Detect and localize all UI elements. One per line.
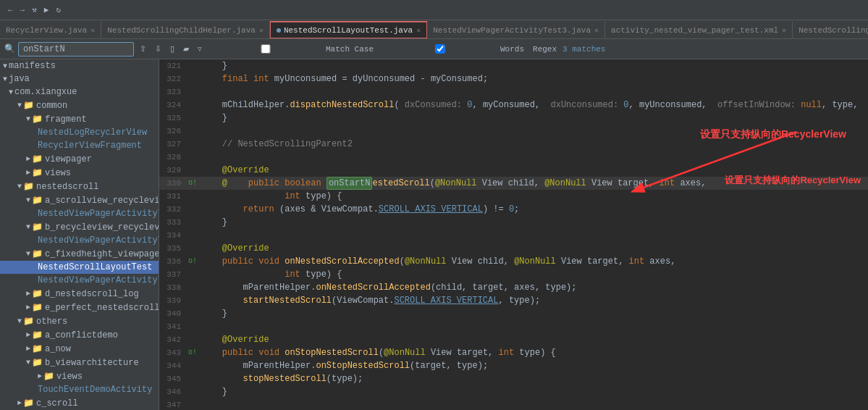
line-number: 345 bbox=[159, 372, 187, 385]
sidebar-item-nestedscroll[interactable]: ▼ 📁 nestedscroll bbox=[0, 180, 159, 193]
line-number: 335 bbox=[159, 242, 187, 255]
line-content: int type) { bbox=[198, 268, 868, 281]
arrow-icon: ► bbox=[17, 399, 22, 407]
line-number: 330 bbox=[159, 177, 187, 190]
code-editor[interactable]: 321 } 322 final int myUnconsumed = dyUnc… bbox=[159, 59, 868, 410]
line-number: 333 bbox=[159, 216, 187, 229]
tab-close-xml[interactable]: ✕ bbox=[782, 26, 786, 35]
search-prev-button[interactable]: ⇧ bbox=[137, 43, 149, 55]
code-line-338: 338 mParentHelper.onNestedScrollAccepted… bbox=[159, 281, 868, 294]
sidebar-item-java[interactable]: ▼ java bbox=[0, 72, 159, 85]
tabs-area: RecyclerView.java ✕ NestedScrollingChild… bbox=[0, 20, 868, 39]
arrow-icon: ► bbox=[26, 290, 30, 298]
code-line-336: 336 o! public void onNestedScrollAccepte… bbox=[159, 255, 868, 268]
sidebar-item-a-conflict[interactable]: ► 📁 a_conflictdemo bbox=[0, 328, 159, 342]
line-number: 340 bbox=[159, 307, 187, 320]
match-case-option[interactable]: Match Case bbox=[208, 44, 374, 54]
line-content: } bbox=[198, 112, 868, 125]
sidebar-item-c-scroll[interactable]: ► 📁 c_scroll bbox=[0, 396, 159, 410]
arrow-icon: ▼ bbox=[9, 88, 13, 96]
sidebar-item-nestedlogrecyclerview[interactable]: NestedLogRecyclerView bbox=[0, 126, 159, 139]
search-replace-button[interactable]: ▰ bbox=[180, 43, 192, 55]
arrow-icon: ▼ bbox=[17, 183, 22, 191]
search-filter-button[interactable]: ▿ bbox=[195, 43, 205, 55]
sidebar-item-nvpat1[interactable]: NestedViewPagerActivityTest1 bbox=[0, 207, 159, 220]
line-number: 336 bbox=[159, 255, 187, 268]
annotation-container: 设置只支持纵向的RecyclerView bbox=[700, 128, 846, 141]
line-number: 321 bbox=[159, 59, 187, 72]
tab-nestedscrollingchild-trunc[interactable]: NestedScrollingChil... ✕ bbox=[793, 21, 868, 38]
sidebar-item-e-perfect[interactable]: ► 📁 e_perfect_nestedscroll bbox=[0, 301, 159, 314]
code-line-323: 323 bbox=[159, 85, 868, 99]
toolbar-icon-forward[interactable]: → bbox=[17, 4, 29, 16]
sidebar-item-common[interactable]: ▼ 📁 common bbox=[0, 99, 159, 112]
sidebar-item-nvpat2[interactable]: NestedViewPagerActivityTest2 bbox=[0, 234, 159, 247]
tab-nestedscrollingchildhelper[interactable]: NestedScrollingChildHelper.java ✕ bbox=[101, 21, 270, 38]
tab-label: NestedScrollingChil... bbox=[799, 26, 868, 35]
line-content: final int myUnconsumed = dyUnconsumed - … bbox=[198, 72, 868, 85]
tab-close-nvpat3[interactable]: ✕ bbox=[594, 26, 599, 35]
sidebar-label: b_viewarchitecture bbox=[45, 358, 139, 368]
regex-option[interactable]: Regex bbox=[533, 45, 557, 54]
folder-icon: 📁 bbox=[23, 181, 34, 192]
search-input[interactable] bbox=[18, 42, 134, 57]
toolbar-icon-run[interactable]: ▶ bbox=[41, 4, 53, 16]
words-checkbox[interactable] bbox=[382, 44, 498, 54]
tab-nestedviewpageractivitytest3[interactable]: NestedViewPagerActivityTest3.java ✕ bbox=[427, 21, 605, 38]
code-line-344: 344 mParentHelper.onStopNestedScroll(tar… bbox=[159, 359, 868, 372]
search-next-button[interactable]: ⇩ bbox=[152, 43, 164, 55]
tab-close-nschildhelper[interactable]: ✕ bbox=[259, 26, 264, 35]
tab-nestedscrolllayouttest[interactable]: NestedScrollLayoutTest.java ✕ bbox=[270, 21, 427, 38]
sidebar-item-fragment[interactable]: ▼ 📁 fragment bbox=[0, 112, 159, 126]
sidebar-item-b-recycleview[interactable]: ▼ 📁 b_recycleview_recycleview bbox=[0, 220, 159, 234]
sidebar-item-nslt[interactable]: NestedScrollLayoutTest bbox=[0, 261, 159, 274]
toolbar-icon-back[interactable]: ← bbox=[4, 4, 17, 16]
line-number: 339 bbox=[159, 294, 187, 307]
sidebar-item-views2[interactable]: ► 📁 views bbox=[0, 369, 159, 383]
sidebar-item-recyclerviewfragment[interactable]: RecyclerViewFragment bbox=[0, 139, 159, 152]
sidebar-item-comxiangxue[interactable]: ▼ com.xiangxue bbox=[0, 85, 159, 99]
tab-recyclerview[interactable]: RecyclerView.java ✕ bbox=[0, 21, 101, 38]
sidebar: ▼ manifests ▼ java ▼ com.xiangxue ▼ 📁 co… bbox=[0, 59, 159, 410]
toolbar-icon-build[interactable]: ⚒ bbox=[28, 4, 41, 16]
tab-label: activity_nested_view_pager_test.xml bbox=[611, 26, 778, 35]
toolbar-icon-sync[interactable]: ↻ bbox=[52, 4, 64, 16]
arrow-icon: ▼ bbox=[26, 250, 30, 258]
sidebar-item-a-scrollview[interactable]: ▼ 📁 a_scrollview_recycleview bbox=[0, 193, 159, 207]
line-content: } bbox=[198, 59, 868, 72]
sidebar-item-d-nestedscroll[interactable]: ► 📁 d_nestedscroll_log bbox=[0, 287, 159, 301]
sidebar-label: NestedViewPagerActivityTest2 bbox=[38, 235, 159, 246]
sidebar-item-c-fixedheight[interactable]: ▼ 📁 c_fixedheight_viewpager_nestedscroll… bbox=[0, 247, 159, 261]
sidebar-item-b-viewarchitecture[interactable]: ▼ 📁 b_viewarchitecture bbox=[0, 356, 159, 369]
arrow-icon: ► bbox=[26, 304, 30, 311]
search-find-button[interactable]: ▯ bbox=[167, 43, 177, 55]
tab-activity-xml[interactable]: activity_nested_view_pager_test.xml ✕ bbox=[605, 21, 793, 38]
sidebar-label: b_recycleview_recycleview bbox=[45, 222, 159, 233]
arrow-icon: ► bbox=[26, 331, 30, 339]
sidebar-label: NestedLogRecyclerView bbox=[38, 127, 147, 138]
code-line-331: 331 int type) { bbox=[159, 190, 868, 203]
code-line-335: 335 @Override bbox=[159, 242, 868, 255]
sidebar-item-others[interactable]: ▼ 📁 others bbox=[0, 314, 159, 328]
search-bar: 🔍 ⇧ ⇩ ▯ ▰ ▿ Match Case Words Regex 3 mat… bbox=[0, 39, 868, 59]
tab-close-nslt[interactable]: ✕ bbox=[416, 26, 421, 35]
folder-icon: 📁 bbox=[32, 343, 43, 354]
line-gutter: o! bbox=[187, 255, 198, 268]
sidebar-label: NestedScrollLayoutTest bbox=[38, 262, 152, 272]
code-line-328: 328 bbox=[159, 151, 868, 164]
line-number: 322 bbox=[159, 72, 187, 85]
folder-icon: 📁 bbox=[32, 222, 43, 233]
sidebar-item-manifests[interactable]: ▼ manifests bbox=[0, 59, 159, 72]
line-number: 334 bbox=[159, 229, 187, 242]
sidebar-label: views bbox=[45, 168, 71, 178]
code-line-333: 333 } bbox=[159, 216, 868, 229]
sidebar-item-views[interactable]: ► 📁 views bbox=[0, 166, 159, 180]
sidebar-item-viewpager[interactable]: ► 📁 viewpager bbox=[0, 152, 159, 166]
words-option[interactable]: Words bbox=[382, 44, 524, 54]
sidebar-item-a-now[interactable]: ► 📁 a_now bbox=[0, 342, 159, 356]
sidebar-item-nvpat3[interactable]: NestedViewPagerActivityTest3 bbox=[0, 274, 159, 287]
tab-close-recyclerview[interactable]: ✕ bbox=[90, 26, 95, 35]
sidebar-label: fragment bbox=[45, 114, 87, 125]
match-case-checkbox[interactable] bbox=[208, 44, 324, 54]
sidebar-item-toucheventdemo[interactable]: TouchEventDemoActivity bbox=[0, 383, 159, 396]
